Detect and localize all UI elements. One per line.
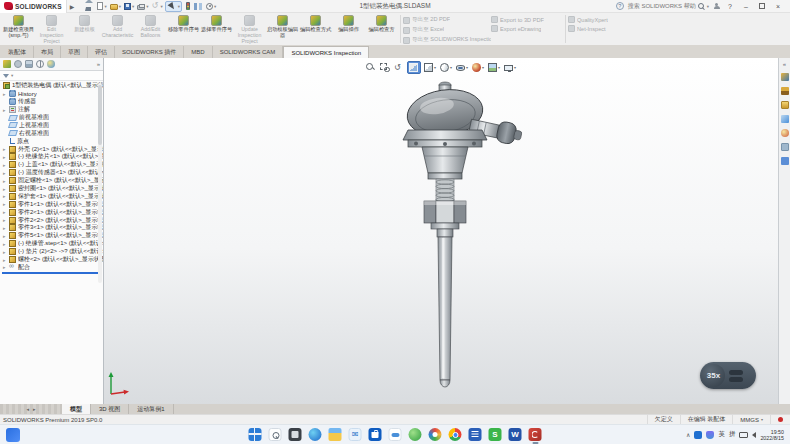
word-icon[interactable]: W [509,428,522,441]
export-menu-item[interactable]: 导出至 Excel [403,26,491,34]
hide-show-items-icon[interactable]: ▾ [455,61,469,74]
save-icon[interactable]: ▾ [123,1,135,12]
search-icon[interactable] [269,428,282,441]
command-tab[interactable]: SOLIDWORKS Inspection [283,46,369,58]
select-cursor-icon[interactable]: ▾ [165,1,182,12]
appearances-icon[interactable] [781,129,789,137]
tree-row[interactable]: 传感器 [0,98,103,106]
security-shield-icon[interactable] [706,431,714,439]
settings-gear-icon[interactable]: ▾ [205,1,217,12]
tree-filter[interactable]: ▾ [0,71,103,81]
help-menu-button[interactable]: ? [724,3,736,10]
tree-row[interactable]: ▸ History [0,90,103,98]
document-tab[interactable]: 模型 [62,404,91,414]
zoom-fit-icon[interactable] [365,61,377,74]
ribbon-button[interactable]: 启动模板编辑器 [266,14,299,44]
task-view-icon[interactable] [289,428,302,441]
undo-icon[interactable]: ↺ ▾ [150,1,163,12]
apply-scene-icon[interactable]: ▾ [487,61,501,74]
thermocouple-3d-model[interactable] [384,80,534,392]
ribbon-button[interactable]: 新建模板 [68,14,101,44]
tree-row[interactable]: ▸ 零件5<1> (默认<<默认>_显示状 [0,232,103,240]
command-tab[interactable]: SOLIDWORKS CAM [213,46,284,58]
close-button[interactable]: × [772,3,784,10]
display-manager-tab-icon[interactable] [47,60,55,68]
tree-row[interactable]: ▸ (-) 上盖<1> (默认<<默认>_显示状 [0,161,103,169]
command-tab[interactable]: 布局 [34,46,61,58]
tree-row[interactable]: ▸ (-) 绝缘垫片<1> (默认<<默认>_显示 [0,153,103,161]
task-pane-collapse-icon[interactable]: « [783,61,786,67]
tree-row[interactable]: ▸ 保护套<1> (默认<<默认>_显示状 [0,192,103,200]
print-icon[interactable]: ▾ [136,1,149,12]
command-tab[interactable]: SOLIDWORKS 插件 [115,46,184,58]
document-tab[interactable]: 3D 视图 [91,404,129,414]
tree-row[interactable]: ▸ (-) 垫片 (2)<2> ->? (默认<<默认> [0,248,103,256]
ribbon-button[interactable]: Add/Edit Balloons [134,14,167,44]
file-explorer-icon[interactable] [329,428,342,441]
display-style-icon[interactable]: ▾ [439,61,453,74]
command-tab[interactable]: 装配体 [1,46,34,58]
zoom-area-icon[interactable] [379,61,391,74]
previous-view-icon[interactable]: ↺ [393,61,405,74]
command-tab[interactable]: 评估 [88,46,115,58]
export-menu-item[interactable]: 导出至 2D PDF [403,16,491,24]
tree-row[interactable]: ▸ 外壳 (2)<1> (默认<<默认>_显示状 [0,145,103,153]
ime-language-indicator[interactable]: 英 [718,430,725,439]
help-search-box[interactable]: 搜索 SOLIDWORKS 帮助 ▾ [628,2,709,11]
tree-row[interactable]: 1型铠装热电偶 (默认<默认_显示状态-1 [0,82,103,90]
tree-row[interactable]: ▸ 零件1<1> (默认<<默认>_显示状态 [0,200,103,208]
home-icon[interactable] [83,1,94,12]
design-library-icon[interactable] [781,87,789,95]
mail-icon[interactable]: ✉ [349,428,362,441]
ribbon-button[interactable]: 编辑检查方 [365,14,398,44]
tree-row[interactable]: ▸ 配合 [0,263,103,271]
tab-scroll-buttons[interactable]: ◂▸ [0,404,62,414]
panel-tabs-overflow-icon[interactable]: » [97,61,100,67]
ribbon-button[interactable]: Update Inspection Project [233,14,266,44]
export-menu-item[interactable]: Net-Inspect [568,25,640,32]
minimize-button[interactable]: – [740,3,752,10]
tree-row[interactable]: ▸ (-) 绝缘管.step<1> (默认<<默认> [0,240,103,248]
options-columns-icon[interactable] [193,1,204,12]
ribbon-button[interactable]: 编辑操作 [332,14,365,44]
chrome-icon[interactable] [449,428,462,441]
section-view-icon[interactable] [407,61,421,74]
reader-icon[interactable] [469,428,482,441]
start-icon[interactable] [249,428,262,441]
tab-scroll-right-icon[interactable]: ▸ [33,406,36,412]
tree-row[interactable]: ▸ 螺栓<2> (默认<<默认>_显示状态 [0,256,103,264]
edge-icon[interactable] [309,428,322,441]
taskbar-clock[interactable]: 19:50 2022/8/15 [760,429,784,441]
messenger-icon[interactable]: S [489,428,502,441]
tab-scroll-left-icon[interactable]: ◂ [26,406,29,412]
login-account-icon[interactable] [713,3,720,10]
export-menu-item[interactable]: QualityXpert [568,16,640,23]
tree-row[interactable]: 前视基准面 [0,114,103,122]
tree-row[interactable]: 上视基准面 [0,121,103,129]
volume-tray-icon[interactable] [752,432,756,438]
tray-overflow-icon[interactable]: ∧ [686,431,690,438]
help-bubble-icon[interactable]: ? [616,2,624,10]
tree-row[interactable]: ▸ 零件2<1> (默认<<默认>_显示状 [0,208,103,216]
display-tray-icon[interactable] [739,432,748,438]
tree-row[interactable]: 右视基准面 [0,129,103,137]
ribbon-button[interactable]: 编辑检查方式 [299,14,332,44]
store-icon[interactable] [369,428,382,441]
view-orientation-icon[interactable]: ▾ [423,61,437,74]
export-menu-item[interactable]: 导出至 SOLIDWORKS Inspection 项目 [403,36,491,44]
command-tab[interactable]: MBD [184,46,212,58]
view-settings-icon[interactable]: ▾ [503,61,517,74]
sw-resources-icon[interactable] [781,73,789,81]
feature-manager-tab-icon[interactable] [3,60,11,68]
cloud-app-icon[interactable] [389,428,402,441]
forum-icon[interactable] [781,157,789,165]
new-document-icon[interactable]: ▾ [95,1,107,12]
green-browser-icon[interactable] [409,428,422,441]
tree-end-bar[interactable] [2,272,101,274]
ribbon-button[interactable]: 新建检查项目 (smp.与) [2,14,35,44]
widgets-icon[interactable] [6,428,20,442]
tree-row[interactable]: ▸ 零件3<1> (默认<<默认>_显示状 [0,224,103,232]
custom-properties-icon[interactable] [781,143,789,151]
tree-row[interactable]: ▸ 固定螺栓<1> (默认<<默认>_显示 [0,177,103,185]
tree-scrollbar[interactable] [98,83,102,283]
